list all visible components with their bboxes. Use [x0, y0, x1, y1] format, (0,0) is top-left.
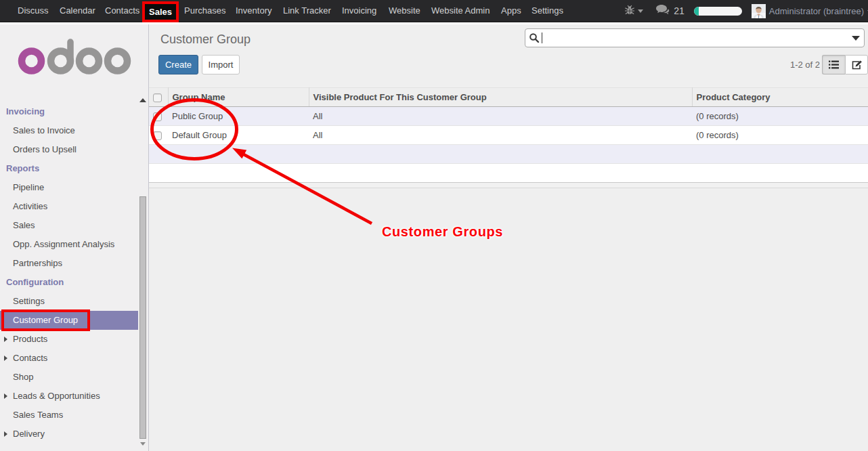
- menu-item-orders-to-upsell[interactable]: Orders to Upsell: [0, 140, 138, 159]
- nav-item-discuss[interactable]: Discuss: [12, 0, 55, 22]
- main-area: Invoicing Sales to Invoice Orders to Ups…: [0, 24, 868, 451]
- search-dropdown-caret-icon[interactable]: [852, 36, 860, 41]
- cell-product-category: (0 records): [692, 107, 868, 126]
- nav-item-sales[interactable]: Sales: [145, 4, 176, 20]
- menu-item-activities[interactable]: Activities: [0, 197, 138, 216]
- planner-progress-fill: [694, 7, 699, 16]
- menu-item-partnerships[interactable]: Partnerships: [0, 254, 138, 273]
- sidebar-scrollbar-thumb[interactable]: [139, 196, 146, 439]
- nav-item-website-admin[interactable]: Website Admin: [425, 0, 496, 22]
- form-view-button[interactable]: [845, 55, 868, 74]
- search-box[interactable]: [525, 28, 865, 47]
- bug-icon[interactable]: [625, 4, 634, 18]
- select-all-checkbox[interactable]: [153, 93, 162, 102]
- planner-progress-bar[interactable]: [694, 7, 742, 16]
- menu-item-shop[interactable]: Shop: [0, 368, 138, 387]
- message-count-badge[interactable]: 21: [674, 5, 685, 16]
- table-row-public-group[interactable]: Public Group All (0 records): [149, 107, 868, 126]
- text-cursor: [542, 33, 542, 43]
- menu-item-contacts[interactable]: Contacts: [0, 349, 138, 368]
- table-row-default-group[interactable]: Default Group All (0 records): [149, 126, 868, 145]
- menu-item-opp-assignment-analysis[interactable]: Opp. Assignment Analysis: [0, 235, 138, 254]
- cell-group-name: Public Group: [168, 107, 309, 126]
- menu-item-customer-group[interactable]: Customer Group: [0, 311, 138, 330]
- cell-visible-product: All: [309, 107, 692, 126]
- table-empty-row: [149, 145, 868, 164]
- table-header-row: Group Name Visible Product For This Cust…: [149, 88, 868, 107]
- menu-item-sales-to-invoice[interactable]: Sales to Invoice: [0, 121, 138, 140]
- pager-range[interactable]: 1-2 of 2: [790, 55, 820, 74]
- nav-item-contacts[interactable]: Contacts: [99, 0, 146, 22]
- menu-item-pipeline[interactable]: Pipeline: [0, 178, 138, 197]
- menu-item-delivery[interactable]: Delivery: [0, 425, 138, 444]
- row-checkbox[interactable]: [153, 112, 162, 121]
- navbar-systray: 21 Administrator (braintree): [625, 0, 868, 22]
- row-checkbox-cell: [149, 126, 168, 145]
- user-avatar[interactable]: [752, 4, 766, 18]
- menu-item-products[interactable]: Products: [0, 330, 138, 349]
- chat-bubbles-icon[interactable]: [655, 4, 670, 18]
- column-header-visible-product[interactable]: Visible Product For This Customer Group: [309, 88, 692, 107]
- menu-section-reports: Reports: [0, 159, 138, 178]
- import-button[interactable]: Import: [202, 55, 240, 74]
- column-header-product-category[interactable]: Product Category: [692, 88, 868, 107]
- row-checkbox[interactable]: [153, 131, 162, 140]
- list-view-table: Group Name Visible Product For This Cust…: [149, 87, 868, 183]
- search-icon: [529, 33, 540, 43]
- view-switcher: [822, 55, 868, 74]
- cell-visible-product: All: [309, 126, 692, 145]
- nav-item-invoicing[interactable]: Invoicing: [336, 0, 383, 22]
- cell-product-category: (0 records): [692, 126, 868, 145]
- nav-item-website[interactable]: Website: [383, 0, 427, 22]
- list-view-button[interactable]: [822, 55, 845, 74]
- table-empty-row: [149, 164, 868, 183]
- sidebar: Invoicing Sales to Invoice Orders to Ups…: [0, 24, 149, 451]
- cell-group-name: Default Group: [168, 126, 309, 145]
- odoo-backend-window: Discuss Calendar Contacts Sales Purchase…: [0, 0, 868, 451]
- debug-dropdown-caret-icon[interactable]: [638, 9, 643, 13]
- table-footer-strip: [149, 183, 868, 188]
- expand-arrow-icon: [4, 431, 7, 437]
- expand-arrow-icon: [4, 337, 7, 342]
- expand-arrow-icon: [4, 356, 7, 361]
- nav-item-calendar[interactable]: Calendar: [53, 0, 102, 22]
- nav-item-inventory[interactable]: Inventory: [230, 0, 278, 22]
- nav-item-purchases[interactable]: Purchases: [178, 0, 232, 22]
- select-all-checkbox-cell: [149, 88, 168, 107]
- top-navbar: Discuss Calendar Contacts Sales Purchase…: [0, 0, 868, 22]
- nav-item-link-tracker[interactable]: Link Tracker: [277, 0, 337, 22]
- create-button[interactable]: Create: [158, 55, 198, 74]
- column-header-group-name[interactable]: Group Name: [168, 88, 309, 107]
- nav-item-apps[interactable]: Apps: [495, 0, 527, 22]
- content-area: Customer Group Create Import 1-2 of 2: [149, 24, 868, 451]
- menu-section-invoicing: Invoicing: [0, 102, 138, 121]
- expand-arrow-icon: [4, 393, 7, 399]
- menu-scroll-up-icon[interactable]: [139, 98, 146, 102]
- menu-section-configuration: Configuration: [0, 273, 138, 292]
- main-menu: Discuss Calendar Contacts Sales Purchase…: [0, 0, 609, 22]
- menu-scroll-down-icon[interactable]: [140, 442, 146, 446]
- secondary-menu: Invoicing Sales to Invoice Orders to Ups…: [0, 102, 138, 444]
- menu-item-leads-opportunities[interactable]: Leads & Opportunities: [0, 387, 138, 406]
- menu-item-sales[interactable]: Sales: [0, 216, 138, 235]
- odoo-logo: [18, 24, 131, 79]
- menu-item-sales-teams[interactable]: Sales Teams: [0, 406, 138, 425]
- row-checkbox-cell: [149, 107, 168, 126]
- user-menu[interactable]: Administrator (braintree): [769, 6, 864, 16]
- menu-item-settings[interactable]: Settings: [0, 292, 138, 311]
- nav-item-settings[interactable]: Settings: [525, 0, 569, 22]
- page-title: Customer Group: [160, 33, 251, 47]
